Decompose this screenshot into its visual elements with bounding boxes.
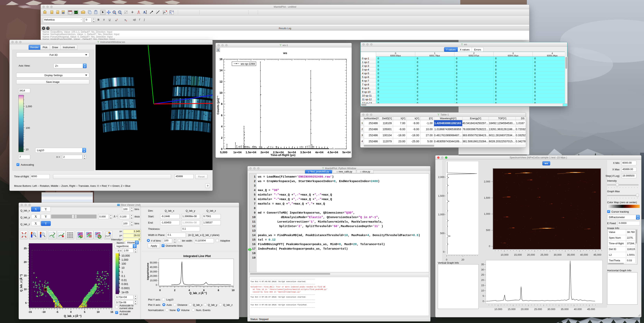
svg-text:1,000: 1,000: [122, 258, 128, 261]
svg-text:5: 5: [482, 295, 484, 297]
svg-text:10: 10: [481, 289, 484, 292]
svg-text:10: 10: [219, 91, 222, 94]
svg-text:15: 15: [481, 284, 484, 287]
svg-text:15: 15: [110, 311, 113, 314]
svg-text:8: 8: [221, 102, 222, 105]
svg-text:0: 0: [221, 147, 222, 151]
svg-text:0.1: 0.1: [122, 275, 125, 278]
svg-text:ws-sp-2269: ws-sp-2269: [240, 62, 255, 65]
svg-text:10,000: 10,000: [150, 279, 157, 282]
svg-text:10: 10: [122, 266, 124, 269]
svg-text:fx: fx: [163, 11, 166, 14]
svg-text:0.001: 0.001: [122, 283, 128, 286]
svg-text:30,000: 30,000: [150, 270, 157, 273]
svg-text:1,000: 1,000: [438, 213, 444, 216]
svg-text:-10: -10: [42, 311, 46, 314]
svg-text:30,000: 30,000: [548, 308, 555, 310]
svg-text:0: 0: [443, 250, 444, 253]
svg-text:10: 10: [232, 289, 234, 292]
svg-text:3.5e+04: 3.5e+04: [300, 151, 311, 154]
svg-text:2,000: 2,000: [484, 180, 490, 183]
svg-text:14: 14: [219, 69, 222, 72]
svg-text:4.5e+04: 4.5e+04: [328, 151, 338, 154]
svg-text:20: 20: [24, 261, 27, 264]
svg-text:40,000: 40,000: [574, 308, 582, 310]
svg-text:15: 15: [24, 274, 27, 277]
svg-text:4: 4: [221, 125, 222, 128]
svg-text:500: 500: [440, 232, 444, 235]
svg-text:20,000: 20,000: [150, 275, 157, 277]
svg-text:1e-05: 1e-05: [122, 291, 128, 294]
svg-text:12: 12: [219, 80, 222, 83]
svg-text:35,000: 35,000: [561, 308, 568, 310]
svg-text:0: 0: [482, 300, 484, 303]
svg-text:6: 6: [221, 114, 222, 117]
svg-text:-15: -15: [28, 311, 32, 314]
svg-text:25,000: 25,000: [540, 253, 548, 256]
svg-text:10,000: 10,000: [494, 308, 502, 310]
svg-text:1,000: 1,000: [484, 212, 490, 215]
svg-text:3e+04: 3e+04: [288, 151, 296, 154]
svg-text:20: 20: [462, 258, 464, 261]
svg-text:16: 16: [219, 57, 222, 61]
svg-text:30: 30: [481, 268, 484, 271]
svg-text:45,000: 45,000: [594, 253, 601, 256]
svg-text:10: 10: [26, 148, 28, 151]
svg-text:Q_lab_z (Å⁻¹): Q_lab_z (Å⁻¹): [190, 292, 207, 295]
svg-text:4: 4: [188, 289, 190, 292]
svg-text:2: 2: [174, 289, 175, 292]
svg-text:100: 100: [122, 262, 126, 265]
svg-text:15,000: 15,000: [514, 253, 522, 256]
svg-text:8: 8: [218, 289, 219, 292]
svg-text:A: A: [143, 10, 146, 14]
svg-text:35,000: 35,000: [567, 253, 575, 256]
svg-text:5,000: 5,000: [220, 151, 228, 154]
svg-text:1: 1: [122, 270, 123, 274]
svg-text:45,000: 45,000: [587, 308, 595, 310]
svg-text:1.5e+04: 1.5e+04: [246, 151, 256, 154]
svg-text:0.01: 0.01: [122, 279, 127, 282]
svg-text:25: 25: [24, 247, 27, 250]
svg-text:10: 10: [97, 311, 100, 314]
svg-text:20,000: 20,000: [521, 308, 529, 310]
svg-text:5: 5: [84, 311, 85, 314]
svg-text:1,500: 1,500: [438, 194, 444, 197]
svg-text:-5: -5: [56, 311, 58, 314]
svg-text:35: 35: [481, 263, 484, 266]
svg-text:0: 0: [70, 311, 72, 314]
svg-text:2: 2: [221, 136, 222, 139]
svg-text:1,000: 1,000: [26, 105, 32, 108]
svg-text:50,000: 50,000: [150, 261, 157, 264]
svg-text:1,500: 1,500: [484, 196, 490, 199]
svg-text:2,000: 2,000: [438, 176, 444, 179]
svg-text:30,000: 30,000: [554, 253, 562, 256]
svg-text:Q_lab_x (Å⁻¹): Q_lab_x (Å⁻¹): [64, 315, 82, 318]
svg-text:0: 0: [489, 245, 490, 248]
svg-text:40,000: 40,000: [150, 266, 157, 269]
svg-text:Q_lab_z (Å⁻¹): Q_lab_z (Å⁻¹): [20, 274, 23, 292]
svg-text:5: 5: [25, 302, 27, 305]
svg-text:10: 10: [24, 288, 27, 291]
svg-text:0: 0: [446, 258, 447, 261]
svg-text:20: 20: [481, 279, 484, 282]
svg-text:100: 100: [26, 126, 30, 129]
svg-text:0: 0: [156, 284, 157, 286]
svg-text:2.5e+04: 2.5e+04: [273, 151, 284, 154]
svg-text:40,000: 40,000: [580, 253, 588, 256]
svg-text:500: 500: [486, 229, 490, 232]
svg-text:0.0001: 0.0001: [122, 287, 130, 290]
svg-text:20,000: 20,000: [527, 253, 535, 256]
svg-text:25,000: 25,000: [534, 308, 542, 310]
svg-text:25: 25: [481, 273, 484, 276]
svg-text:10,000: 10,000: [122, 254, 130, 257]
svg-text:2e+04: 2e+04: [260, 151, 269, 154]
svg-text:10,000: 10,000: [501, 253, 508, 256]
svg-text:Signal/Volume: Signal/Volume: [147, 263, 149, 280]
svg-text:4e+04: 4e+04: [315, 151, 324, 154]
svg-text:1e+04: 1e+04: [233, 151, 242, 154]
svg-text:6: 6: [203, 289, 204, 292]
svg-text:15,000: 15,000: [508, 308, 516, 310]
svg-text:0: 0: [159, 289, 160, 292]
svg-text:5e+04: 5e+04: [342, 151, 351, 154]
